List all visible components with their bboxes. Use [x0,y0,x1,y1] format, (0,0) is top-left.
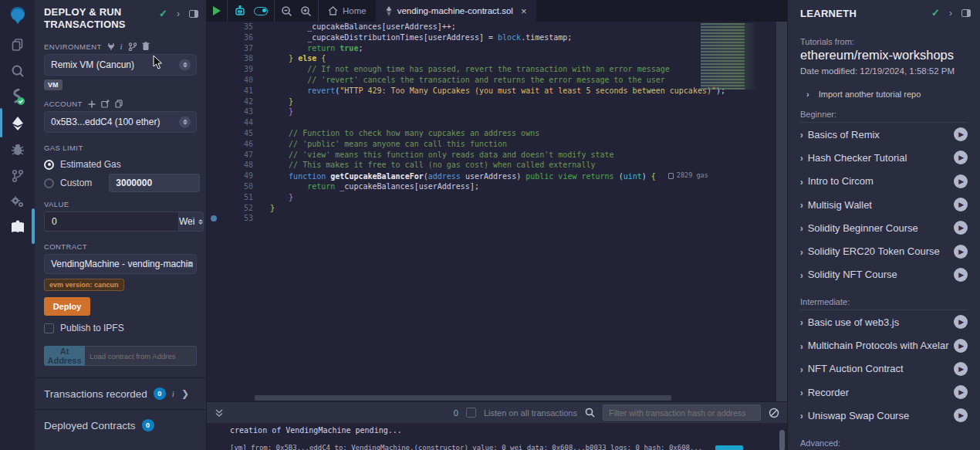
horizontal-scrollbar[interactable] [255,395,671,401]
line-number[interactable]: 41 [224,86,255,96]
add-account-icon[interactable] [88,100,96,108]
glyph-margin[interactable] [207,53,224,64]
glyph-margin[interactable] [207,96,224,107]
play-icon[interactable] [213,6,221,15]
file-explorer-icon[interactable] [0,32,35,57]
code-line[interactable]: 48 // This makes it free to call (no gas… [207,160,776,171]
glyph-margin[interactable] [207,117,224,128]
close-tab-icon[interactable]: × [521,5,527,17]
code-line[interactable]: 46 // 'public' means anyone can call thi… [207,139,776,150]
tutorial-item[interactable]: ›Solidity Beginner Course▶ [800,216,969,239]
value-unit-select[interactable]: Wei [179,211,204,232]
line-number[interactable]: 37 [224,43,255,54]
line-number[interactable]: 35 [224,22,255,32]
at-address-input[interactable] [85,346,197,366]
info-icon[interactable]: i [172,389,174,398]
environment-select[interactable]: Remix VM (Cancun) [44,54,197,76]
debugger-icon[interactable] [0,137,35,162]
line-number[interactable]: 45 [224,128,255,139]
pin-panel-icon[interactable]: › [177,8,180,19]
glyph-margin[interactable] [207,192,224,203]
tab-file[interactable]: vending-machine-contract.sol × [376,0,536,22]
play-tutorial-button[interactable]: ▶ [954,408,968,422]
ai-assistant-icon[interactable] [234,5,246,17]
play-tutorial-button[interactable]: ▶ [954,339,968,353]
tutorial-item[interactable]: ›Solidity NFT Course▶ [800,263,969,286]
code-line[interactable]: 51 } [207,192,776,203]
line-number[interactable]: 39 [224,64,255,75]
line-number[interactable]: 47 [224,150,255,161]
tutorial-item[interactable]: ›Basic use of web3.js▶ [800,310,969,333]
line-number[interactable]: 52 [224,203,255,214]
copilot-toggle[interactable] [254,7,268,15]
plugin-manager-icon[interactable] [0,190,35,215]
glyph-margin[interactable] [207,139,224,150]
glyph-margin[interactable] [207,32,224,43]
transactions-recorded-section[interactable]: Transactions recorded 0 i ❯ [35,378,206,409]
tutorial-item[interactable]: ›Recorder▶ [800,381,969,404]
code-line[interactable]: 38 } else { [207,53,776,64]
learneth-book-icon[interactable] [0,215,35,239]
estimated-gas-radio[interactable] [44,160,54,170]
play-tutorial-button[interactable]: ▶ [954,315,968,329]
code-line[interactable]: 50 return _cupcakeBalances[userAddress]; [207,181,776,192]
code-line[interactable]: 45 // Function to check how many cupcake… [207,128,776,139]
line-number[interactable]: 50 [224,181,255,192]
code-line[interactable]: 43 } [207,107,776,117]
publish-ipfs-checkbox[interactable] [44,323,54,333]
custom-gas-input[interactable] [109,174,200,192]
glyph-margin[interactable] [207,171,224,181]
code-line[interactable]: 37 return true; [207,43,776,54]
glyph-margin[interactable] [207,128,224,139]
deployed-contracts-section[interactable]: Deployed Contracts 0 [35,410,206,441]
custom-gas-radio[interactable] [44,178,54,188]
play-tutorial-button[interactable]: ▶ [954,174,968,188]
at-address-button[interactable]: At Address [44,346,85,366]
play-tutorial-button[interactable]: ▶ [954,221,968,235]
glyph-margin[interactable] [207,64,224,75]
line-number[interactable]: 53 [224,213,255,224]
tutorial-item[interactable]: ›Multichain Protocols with Axelar▶ [800,333,969,357]
terminal-filter-input[interactable] [603,404,761,421]
play-tutorial-button[interactable]: ▶ [954,362,968,376]
glyph-margin[interactable] [207,150,224,161]
line-number[interactable]: 36 [224,32,255,43]
code-line[interactable]: 47 // 'view' means this function only re… [207,150,776,161]
fork-icon[interactable] [128,42,137,51]
copy-icon[interactable] [115,100,123,108]
breakpoint-dot[interactable] [211,215,217,222]
tab-home[interactable]: Home [319,0,376,22]
trash-icon[interactable] [142,42,150,51]
select-toggle-icon[interactable] [179,117,191,128]
tutorial-item[interactable]: ›Multisig Wallet▶ [800,193,969,216]
line-number[interactable]: 43 [224,107,255,117]
debug-button[interactable] [715,445,743,450]
layout-panel-icon[interactable] [189,10,198,18]
code-line[interactable]: 35 _cupcakeBalances[userAddress]++; [207,22,776,32]
play-tutorial-button[interactable]: ▶ [954,127,968,141]
deploy-run-icon[interactable] [0,111,35,136]
glyph-margin[interactable] [207,160,224,171]
glyph-margin[interactable] [207,203,224,214]
listen-all-checkbox[interactable] [466,408,476,418]
code-line[interactable]: 42 } [207,96,776,107]
tutorial-item[interactable]: ›Hash Checker Tutorial▶ [800,146,969,169]
edit-icon[interactable] [101,100,110,108]
tutorial-item[interactable]: ›Basics of Remix▶ [800,123,969,146]
line-number[interactable]: 38 [224,53,255,64]
code-line[interactable]: 39 // If not enough time has passed, rev… [207,64,776,75]
glyph-margin[interactable] [207,22,224,32]
line-number[interactable]: 46 [224,139,255,150]
zoom-in-icon[interactable] [300,5,312,17]
select-toggle-icon[interactable] [179,59,191,71]
run-script-button[interactable] [207,0,228,22]
layout-panel-icon[interactable] [961,9,971,17]
code-line[interactable]: 53 [207,213,776,224]
code-editor[interactable]: 35 _cupcakeBalances[userAddress]++;36 _c… [207,22,776,401]
deploy-button[interactable]: Deploy [44,297,90,316]
value-input[interactable] [44,211,179,232]
minimap[interactable] [701,23,764,90]
zoom-out-icon[interactable] [281,5,292,17]
line-number[interactable]: 40 [224,75,255,86]
code-line[interactable]: 36 _cupcakeDistributionTimes[userAddress… [207,32,776,43]
